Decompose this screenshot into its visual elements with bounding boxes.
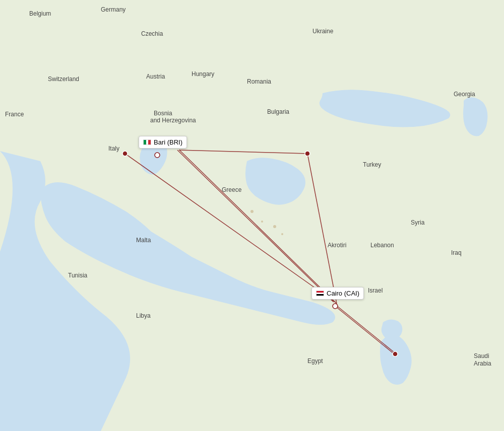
bari-label-text: Bari (BRI): [154, 138, 182, 146]
svg-point-13: [250, 210, 254, 213]
svg-point-8: [122, 151, 128, 156]
svg-point-14: [261, 221, 263, 223]
map-container: Belgium Germany Czechia Ukraine Switzerl…: [0, 0, 504, 431]
cairo-label-text: Cairo (CAI): [327, 290, 359, 297]
bari-label: Bari (BRI): [139, 136, 187, 149]
italy-flag: [143, 139, 151, 145]
svg-point-15: [273, 225, 276, 228]
cairo-label: Cairo (CAI): [311, 287, 364, 300]
svg-point-12: [393, 351, 398, 356]
svg-point-9: [155, 153, 160, 158]
svg-point-11: [333, 304, 338, 309]
svg-point-10: [305, 151, 310, 156]
egypt-flag: [316, 291, 324, 296]
svg-point-16: [281, 233, 283, 235]
